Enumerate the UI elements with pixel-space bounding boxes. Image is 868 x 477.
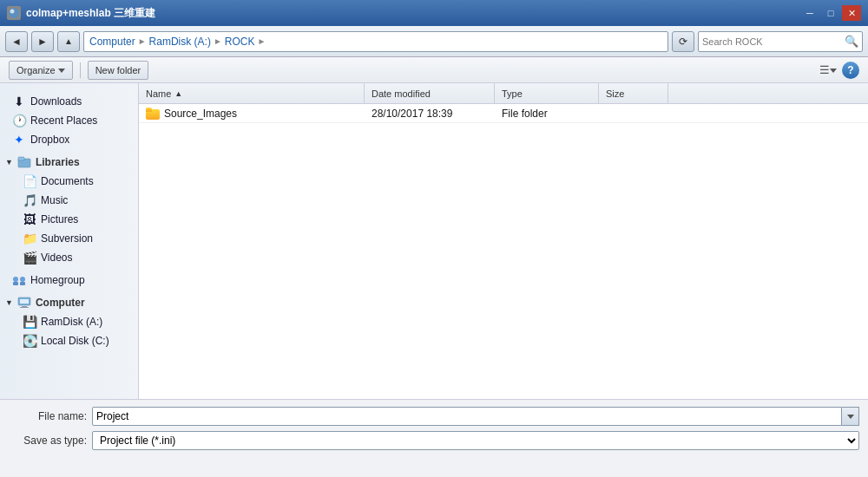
file-name-label: Source_Images [164,108,237,120]
sidebar-item-dropbox[interactable]: ✦ Dropbox [0,130,138,149]
subversion-icon: 📁 [23,232,36,245]
libraries-header[interactable]: ▼ Libraries [0,153,138,172]
sidebar-label-subversion: Subversion [41,232,93,245]
sidebar-item-local-disk[interactable]: 💽 Local Disk (C:) [0,331,138,350]
col-size-label: Size [606,88,624,99]
col-name-label: Name [146,88,171,99]
help-button[interactable]: ? [842,62,859,79]
sidebar-item-ramdisk[interactable]: 💾 RamDisk (A:) [0,312,138,331]
breadcrumb-rock: ROCK [225,36,255,48]
svg-point-0 [9,8,19,18]
sidebar-item-videos[interactable]: 🎬 Videos [0,248,138,267]
col-header-date[interactable]: Date modified [365,83,495,103]
sidebar-label-downloads: Downloads [30,95,82,108]
address-bar: ◄ ► ▲ Computer ► RamDisk (A:) ► ROCK ► ⟳… [0,26,868,57]
file-date-cell: 28/10/2017 18:39 [365,108,495,120]
sidebar-label-pictures: Pictures [41,213,78,225]
refresh-button[interactable]: ⟳ [672,31,694,52]
filename-dropdown-arrow[interactable] [842,407,859,426]
favorites-section: ⬇ Downloads 🕐 Recent Places ✦ Dropbox [0,92,138,149]
saveas-row: Save as type: Project file (*.ini) [9,431,859,450]
downloads-icon: ⬇ [12,95,26,108]
organize-arrow [58,65,65,75]
file-area: Name ▲ Date modified Type Size Source_Im… [139,83,868,399]
sidebar-item-pictures[interactable]: 🖼 Pictures [0,210,138,229]
sidebar-label-ramdisk: RamDisk (A:) [41,316,102,328]
sidebar-item-documents[interactable]: 📄 Documents [0,172,138,191]
pictures-icon: 🖼 [23,212,36,226]
new-folder-button[interactable]: New folder [88,61,149,80]
file-list-header: Name ▲ Date modified Type Size [139,83,868,104]
saveas-input-wrapper: Project file (*.ini) [92,431,859,450]
ramdisk-icon: 💾 [23,315,36,329]
title-bar: colmap+meshlab 三维重建 ─ □ ✕ [0,0,868,26]
svg-point-4 [13,277,18,282]
svg-point-1 [10,10,15,14]
view-icon: ☰ [819,63,830,76]
local-disk-icon: 💽 [23,334,36,348]
up-button[interactable]: ▲ [57,31,80,52]
sidebar-label-dropbox: Dropbox [30,134,69,146]
col-header-name[interactable]: Name ▲ [139,83,365,103]
organize-button[interactable]: Organize [9,61,73,80]
homegroup-icon [12,273,26,287]
new-folder-label: New folder [95,65,141,75]
sidebar-item-homegroup[interactable]: Homegroup [0,271,138,290]
back-button[interactable]: ◄ [5,31,28,52]
svg-rect-11 [20,307,29,308]
svg-point-5 [20,277,25,282]
toolbar-right: ☰ ? [818,61,859,80]
libraries-arrow: ▼ [5,158,13,167]
minimize-button[interactable]: ─ [800,5,819,21]
sidebar-label-music: Music [41,194,68,206]
sidebar-label-recent-places: Recent Places [30,114,97,127]
libraries-label: Libraries [36,156,80,168]
col-type-label: Type [502,88,523,99]
filename-label: File name: [9,410,87,422]
saveas-select[interactable]: Project file (*.ini) [92,431,859,450]
organize-label: Organize [16,65,56,75]
file-type-cell: File folder [495,108,599,120]
computer-icon [17,296,31,310]
search-icon[interactable]: 🔍 [845,35,858,48]
app-icon [7,6,21,20]
sidebar-item-subversion[interactable]: 📁 Subversion [0,229,138,248]
computer-label: Computer [36,297,85,309]
svg-rect-6 [13,282,18,285]
search-box: 🔍 [698,31,863,52]
table-row[interactable]: Source_Images 28/10/2017 18:39 File fold… [139,104,868,123]
homegroup-section: Homegroup [0,271,138,290]
col-header-type[interactable]: Type [495,83,599,103]
libraries-icon [17,155,31,169]
forward-button[interactable]: ► [31,31,54,52]
breadcrumb[interactable]: Computer ► RamDisk (A:) ► ROCK ► [83,31,668,52]
search-input[interactable] [702,36,845,47]
breadcrumb-arrow-2: ► [214,36,222,46]
file-date-label: 28/10/2017 18:39 [372,108,452,120]
breadcrumb-arrow-3: ► [258,36,266,46]
svg-rect-7 [20,282,25,285]
sidebar-item-music[interactable]: 🎵 Music [0,191,138,210]
view-arrow [830,63,837,76]
sidebar-label-videos: Videos [41,252,72,264]
filename-input[interactable] [92,407,842,426]
view-button[interactable]: ☰ [818,61,838,80]
sidebar-item-downloads[interactable]: ⬇ Downloads [0,92,138,111]
breadcrumb-ramdisk: RamDisk (A:) [149,36,211,48]
documents-icon: 📄 [23,174,36,188]
sidebar-item-recent-places[interactable]: 🕐 Recent Places [0,111,138,130]
col-date-label: Date modified [372,88,431,99]
recent-places-icon: 🕐 [12,114,26,127]
close-button[interactable]: ✕ [842,5,861,21]
computer-header[interactable]: ▼ Computer [0,293,138,312]
folder-icon [146,108,160,120]
sort-arrow: ▲ [174,89,182,98]
computer-section: ▼ Computer 💾 RamDisk (A:) 💽 Local Disk [0,293,138,350]
window-title: colmap+meshlab 三维重建 [26,6,155,21]
maximize-button[interactable]: □ [821,5,840,21]
toolbar-separator [80,62,81,78]
libraries-section: ▼ Libraries 📄 Documents 🎵 Music 🖼 [0,153,138,267]
sidebar: ⬇ Downloads 🕐 Recent Places ✦ Dropbox ▼ [0,83,139,399]
main-area: ⬇ Downloads 🕐 Recent Places ✦ Dropbox ▼ [0,83,868,399]
col-header-size[interactable]: Size [599,83,668,103]
